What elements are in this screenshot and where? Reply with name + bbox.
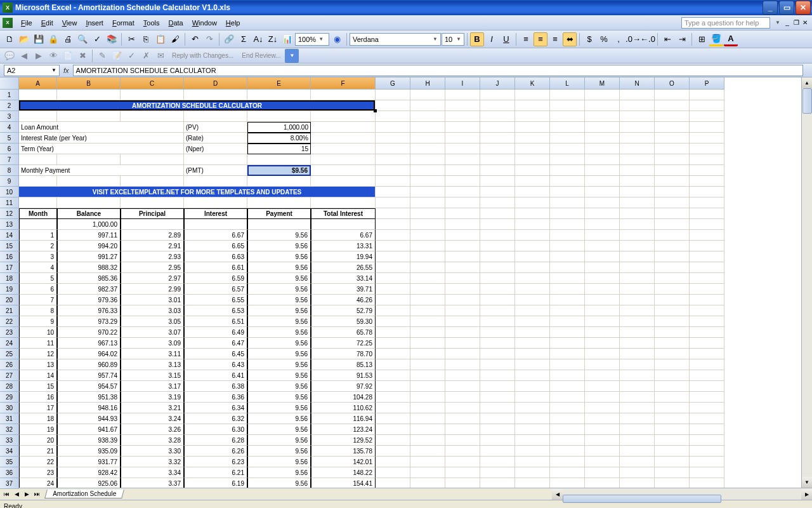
cell[interactable]: 3.07	[121, 327, 184, 338]
row-header[interactable]: 25	[0, 349, 19, 359]
cell[interactable]: 10	[19, 327, 57, 338]
vscroll-thumb[interactable]	[802, 88, 812, 114]
cell[interactable]	[410, 413, 445, 424]
cell[interactable]	[480, 359, 515, 370]
cell[interactable]	[376, 90, 410, 100]
cell[interactable]	[620, 316, 655, 327]
cell[interactable]	[445, 370, 480, 381]
row-header[interactable]: 33	[0, 435, 19, 446]
cell[interactable]	[410, 230, 445, 241]
cell[interactable]: 9.56	[247, 316, 311, 327]
cell[interactable]	[410, 219, 445, 230]
cell[interactable]	[515, 359, 550, 370]
cell[interactable]: 78.70	[311, 349, 376, 359]
cell[interactable]: 1,000.00	[247, 122, 311, 133]
col-header-E[interactable]: E	[247, 77, 311, 90]
cell[interactable]: 85.13	[311, 359, 376, 370]
cell[interactable]	[410, 359, 445, 370]
cell[interactable]	[550, 144, 585, 154]
col-header-L[interactable]: L	[550, 77, 585, 90]
cell[interactable]: 2.91	[121, 241, 184, 251]
cell[interactable]: 964.02	[57, 349, 121, 359]
cell[interactable]: (Rate)	[184, 133, 247, 144]
row-header[interactable]: 16	[0, 251, 19, 262]
cell[interactable]	[445, 467, 480, 478]
cell[interactable]	[690, 273, 724, 284]
show-comment-icon[interactable]: 👁	[46, 49, 60, 63]
cell[interactable]	[376, 413, 410, 424]
cell[interactable]	[515, 230, 550, 241]
row-header[interactable]: 1	[0, 90, 19, 100]
cell[interactable]	[655, 284, 690, 295]
cell[interactable]: 928.42	[57, 467, 121, 478]
cell[interactable]	[655, 381, 690, 392]
cell[interactable]: 6.57	[184, 284, 247, 295]
cell[interactable]: 5	[19, 273, 57, 284]
cell[interactable]	[655, 446, 690, 457]
cell[interactable]: 9.56	[247, 413, 311, 424]
cell[interactable]	[620, 327, 655, 338]
cell[interactable]: 110.62	[311, 403, 376, 413]
cell[interactable]	[515, 284, 550, 295]
row-header[interactable]: 7	[0, 154, 19, 165]
cell[interactable]: 2.99	[121, 284, 184, 295]
cell[interactable]	[585, 435, 620, 446]
cell[interactable]	[585, 262, 620, 273]
cell[interactable]	[515, 435, 550, 446]
cell[interactable]	[410, 197, 445, 208]
cell[interactable]	[480, 90, 515, 100]
col-header-M[interactable]: M	[585, 77, 620, 90]
cell[interactable]: 6.59	[184, 273, 247, 284]
cell[interactable]	[585, 133, 620, 144]
cell[interactable]	[585, 90, 620, 100]
cell[interactable]	[690, 154, 724, 165]
cell[interactable]: 26.55	[311, 262, 376, 273]
cell[interactable]	[480, 176, 515, 187]
cell[interactable]	[690, 446, 724, 457]
cell[interactable]	[445, 241, 480, 251]
cell[interactable]	[550, 197, 585, 208]
cell[interactable]	[445, 284, 480, 295]
cell[interactable]	[655, 262, 690, 273]
cell[interactable]	[184, 197, 247, 208]
paste-icon[interactable]: 📋	[154, 32, 167, 46]
percent-icon[interactable]: %	[597, 32, 611, 46]
cell[interactable]	[57, 90, 121, 100]
cell[interactable]: 2.89	[121, 230, 184, 241]
cell[interactable]	[515, 176, 550, 187]
cell[interactable]	[515, 424, 550, 435]
cell[interactable]	[655, 370, 690, 381]
cell[interactable]	[376, 446, 410, 457]
row-header[interactable]: 27	[0, 370, 19, 381]
cell[interactable]: 973.29	[57, 316, 121, 327]
col-header-J[interactable]: J	[480, 77, 515, 90]
cell[interactable]: 2.97	[121, 273, 184, 284]
col-header-C[interactable]: C	[121, 77, 184, 90]
cell[interactable]	[585, 100, 620, 111]
vertical-scrollbar[interactable]: ▲ ▼	[801, 77, 812, 488]
cell[interactable]	[690, 197, 724, 208]
cell[interactable]	[376, 122, 410, 133]
cell[interactable]: 7	[19, 295, 57, 305]
row-header[interactable]: 36	[0, 467, 19, 478]
cell[interactable]	[480, 165, 515, 176]
new-icon[interactable]: 🗋	[3, 32, 16, 46]
cell[interactable]	[410, 381, 445, 392]
cell[interactable]	[184, 111, 247, 122]
row-header[interactable]: 4	[0, 122, 19, 133]
cell[interactable]	[585, 187, 620, 197]
cell[interactable]	[410, 90, 445, 100]
cell[interactable]	[480, 457, 515, 467]
borders-icon[interactable]: ⊞	[695, 32, 709, 46]
cell[interactable]	[376, 349, 410, 359]
cell[interactable]	[376, 403, 410, 413]
cell[interactable]	[690, 165, 724, 176]
cell[interactable]	[655, 133, 690, 144]
cell[interactable]: 91.53	[311, 370, 376, 381]
cell[interactable]	[655, 478, 690, 488]
menu-view[interactable]: View	[58, 18, 82, 28]
cell[interactable]	[376, 262, 410, 273]
cell[interactable]	[550, 359, 585, 370]
cell[interactable]: 994.20	[57, 241, 121, 251]
cell[interactable]	[690, 327, 724, 338]
